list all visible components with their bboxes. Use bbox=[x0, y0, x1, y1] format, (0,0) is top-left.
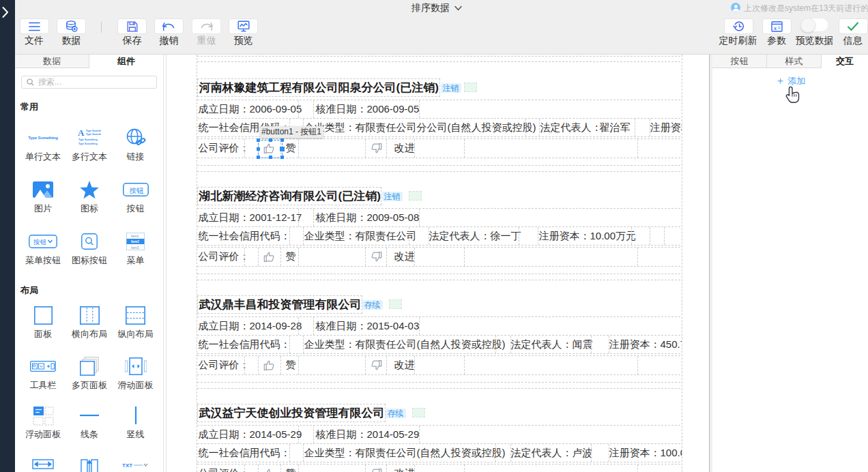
svg-text:A: A bbox=[78, 128, 85, 138]
svg-text:按钮: 按钮 bbox=[33, 238, 47, 246]
svg-text:x: x bbox=[773, 24, 777, 31]
svg-text:按钮: 按钮 bbox=[129, 186, 144, 194]
svg-text:Item2: Item2 bbox=[131, 239, 139, 243]
svg-text:Item3: Item3 bbox=[131, 246, 139, 249]
svg-text:TXT: TXT bbox=[122, 462, 132, 469]
svg-text:=: = bbox=[777, 25, 781, 31]
svg-text:Type Something: Type Something bbox=[78, 143, 98, 145]
svg-text:Item1: Item1 bbox=[131, 234, 139, 237]
svg-text:Type Something: Type Something bbox=[78, 138, 98, 141]
svg-text:Type Something: Type Something bbox=[86, 130, 101, 132]
svg-text:Type Something: Type Something bbox=[86, 133, 101, 136]
